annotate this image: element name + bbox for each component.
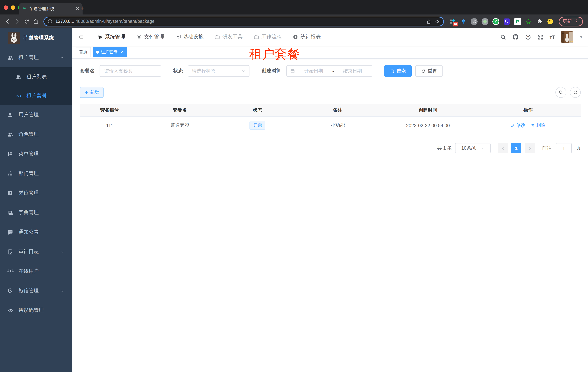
sidebar-item-audit-log[interactable]: 审计日志	[0, 242, 73, 262]
top-nav-pay[interactable]: 支付管理	[136, 34, 164, 40]
extension-command-icon[interactable]	[471, 18, 478, 25]
extension-dot-icon[interactable]	[482, 18, 488, 25]
sidebar: 芋道管理系统 租户管理 租户列表 租户套餐 用户管理	[0, 28, 73, 372]
home-icon[interactable]	[31, 19, 41, 24]
fullscreen-icon[interactable]	[537, 34, 543, 40]
browser-menu-icon[interactable]: ⋮	[574, 20, 579, 23]
extension-star-icon[interactable]	[525, 18, 532, 25]
table-header-row: 套餐编号 套餐名 状态 备注 创建时间 操作	[80, 104, 581, 117]
reset-button[interactable]: 重置	[415, 65, 443, 77]
sidebar-item-sms[interactable]: 短信管理	[0, 281, 73, 301]
url-bar[interactable]: 127.0.0.1:48080/admin-ui/system/tenant/p…	[43, 16, 444, 26]
page-size-select[interactable]: 10条/页	[455, 143, 491, 153]
tag-home[interactable]: 首页	[76, 47, 91, 57]
page-number-1[interactable]: 1	[511, 143, 521, 153]
sidebar-item-departments[interactable]: 部门管理	[0, 164, 73, 183]
sidebar-item-roles[interactable]: 角色管理	[0, 125, 73, 144]
user-avatar[interactable]	[561, 31, 573, 43]
sidebar-item-tenant-package[interactable]: 租户套餐	[0, 86, 73, 105]
back-icon[interactable]	[3, 19, 12, 24]
browser-window: ?	[0, 0, 588, 372]
tab-title: 芋道管理系统	[29, 6, 73, 11]
font-size-icon[interactable]: ᴛT	[549, 34, 555, 40]
search-button[interactable]: 搜索	[384, 65, 412, 77]
help-icon[interactable]	[525, 34, 531, 40]
goto-page-input[interactable]	[556, 143, 572, 153]
bookmark-star-icon[interactable]	[434, 19, 440, 24]
github-icon[interactable]	[512, 34, 519, 40]
sidebar-item-label: 岗位管理	[19, 190, 39, 196]
app-logo-row[interactable]: 芋道管理系统	[0, 28, 73, 48]
sidebar-item-label: 租户套餐	[26, 92, 47, 99]
tab-close-icon[interactable]: ✕	[76, 6, 79, 11]
top-nav-system[interactable]: 系统管理	[97, 34, 125, 40]
column-header: 套餐编号	[80, 107, 140, 113]
filter-date: 创建时间 开始日期 - 结束日期	[262, 65, 372, 77]
delete-link[interactable]: 删除	[531, 122, 546, 128]
prev-page-button[interactable]	[498, 143, 508, 153]
date-range-picker[interactable]: 开始日期 - 结束日期	[286, 65, 372, 77]
sidebar-item-menus[interactable]: 菜单管理	[0, 144, 73, 164]
forward-icon[interactable]	[12, 19, 22, 24]
sidebar-item-label: 菜单管理	[19, 151, 39, 157]
tag-tenant-package[interactable]: 租户套餐 ✕	[93, 47, 127, 57]
goto-label: 前往	[542, 145, 551, 151]
top-nav-workflow[interactable]: 工作流程	[253, 34, 282, 40]
status-placeholder: 请选择状态	[192, 68, 215, 74]
sidebar-item-users[interactable]: 用户管理	[0, 105, 73, 125]
url-text[interactable]: 127.0.0.1:48080/admin-ui/system/tenant/p…	[55, 19, 423, 24]
sidebar-item-tenant-list[interactable]: 租户列表	[0, 67, 73, 86]
sidebar-item-label: 角色管理	[19, 131, 39, 138]
header-search-icon[interactable]	[500, 34, 506, 40]
sidebar-fold-icon[interactable]	[73, 34, 89, 40]
add-button[interactable]: 新增	[80, 87, 104, 98]
extension-devtool-icon[interactable]: 10	[449, 18, 456, 25]
refresh-table-button[interactable]	[570, 87, 581, 98]
table-tools	[556, 87, 581, 98]
browser-tab[interactable]: 芋道管理系统 ✕	[19, 3, 83, 14]
extension-shield-icon[interactable]	[503, 18, 510, 25]
extension-y-icon[interactable]: Y	[493, 18, 499, 25]
profile-avatar-icon[interactable]	[547, 18, 554, 25]
extension-gem-icon[interactable]	[460, 18, 467, 25]
top-nav-report[interactable]: 统计报表	[293, 34, 321, 40]
chevron-down-icon	[60, 249, 64, 254]
filter-name: 套餐名	[80, 65, 161, 77]
cell-remark: 小功能	[295, 122, 380, 128]
top-nav-infra[interactable]: 基础设施	[175, 34, 203, 40]
tag-active-dot	[96, 51, 99, 53]
sidebar-item-posts[interactable]: 岗位管理	[0, 183, 73, 203]
sidebar-item-online-users[interactable]: 在线用户	[0, 262, 73, 281]
tag-close-icon[interactable]: ✕	[121, 50, 124, 54]
edit-link[interactable]: 修改	[511, 122, 525, 128]
url-host: 127.0.0.1	[55, 19, 74, 24]
sidebar-item-tenant-group[interactable]: 租户管理	[0, 48, 73, 67]
browser-toolbar: 127.0.0.1:48080/admin-ui/system/tenant/p…	[0, 14, 588, 28]
show-search-toggle-button[interactable]	[556, 87, 566, 98]
next-page-button[interactable]	[525, 143, 535, 153]
status-select[interactable]: 请选择状态	[188, 65, 250, 77]
new-tab-button[interactable]: +	[80, 6, 84, 12]
top-nav-devtools[interactable]: 研发工具	[214, 34, 242, 40]
extension-flag-icon[interactable]	[514, 18, 521, 25]
chevron-down-icon	[60, 288, 64, 293]
tenant-submenu: 租户列表 租户套餐	[0, 67, 73, 105]
window-close-button[interactable]	[4, 5, 8, 10]
sidebar-item-error-codes[interactable]: 错误码管理	[0, 301, 73, 320]
window-minimize-button[interactable]	[11, 5, 15, 10]
chevron-down-icon	[241, 69, 245, 73]
sidebar-item-notice[interactable]: 通知公告	[0, 223, 73, 242]
chevron-up-icon	[60, 55, 64, 60]
share-icon[interactable]	[426, 19, 431, 24]
monitor-icon	[175, 34, 181, 40]
chevron-down-icon	[481, 146, 484, 150]
extensions-puzzle-icon[interactable]	[536, 18, 543, 25]
sidebar-item-label: 用户管理	[19, 112, 39, 118]
site-info-icon[interactable]	[47, 19, 52, 24]
reload-icon[interactable]	[22, 19, 31, 24]
browser-update-button[interactable]: 更新 ⋮	[559, 16, 583, 26]
filter-name-label: 套餐名	[80, 68, 95, 74]
avatar-caret-down-icon[interactable]: ▼	[579, 35, 583, 39]
package-name-input[interactable]	[100, 65, 161, 77]
sidebar-item-dict[interactable]: 字典管理	[0, 203, 73, 223]
